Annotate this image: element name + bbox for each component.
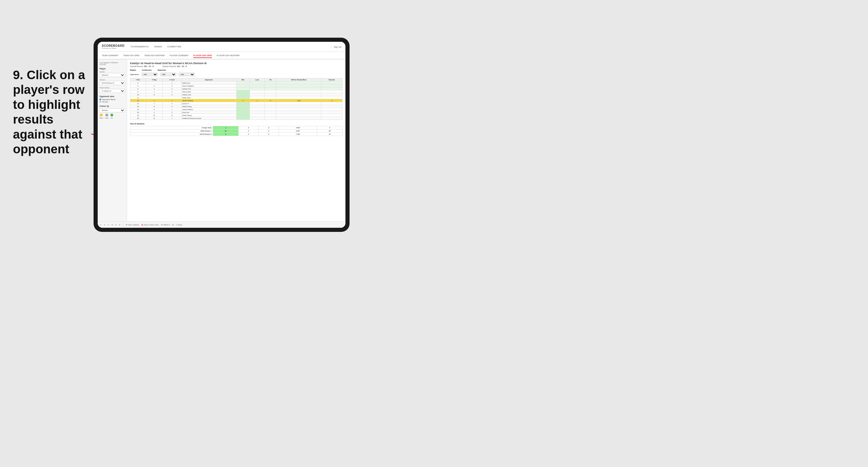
table-row[interactable]: 1474Eunice Yi xyxy=(130,102,342,105)
dot-up-circle xyxy=(110,114,113,117)
cell-5: 1 xyxy=(249,99,265,102)
tab-player-h2h-heatmap[interactable]: PLAYER H2H HEATMAP xyxy=(217,55,240,58)
cell-2: 4 xyxy=(163,102,181,105)
tab-team-h2h-heatmap[interactable]: TEAM H2H HEATMAP xyxy=(144,55,165,58)
sidebar-division-label: Division xyxy=(99,79,125,81)
conference-select[interactable]: (All) xyxy=(160,73,176,76)
cell-3: Esther Lee xyxy=(181,82,236,85)
out-diff: 4.500 xyxy=(279,126,317,129)
out-table-row[interactable]: Foreign Team1004.5002 xyxy=(130,126,342,129)
cell-5 xyxy=(249,102,265,105)
nav-teams[interactable]: TEAMS xyxy=(154,45,162,48)
cell-5 xyxy=(249,111,265,114)
logo-area: SCOREBOARD Powered by clippd xyxy=(102,44,124,49)
cell-8 xyxy=(321,117,342,120)
cell-7 xyxy=(276,87,321,90)
save-custom-btn[interactable]: 🔖 Save Custom View xyxy=(141,224,159,226)
sidebar-division-field: Division NCAA Division III xyxy=(99,79,125,85)
grid-area: Katelyn Vo Head-to-Head Grid for Women's… xyxy=(127,59,345,221)
cell-4 xyxy=(236,85,249,87)
nav-bar: SCOREBOARD Powered by clippd TOURNAMENTS… xyxy=(98,42,345,52)
radio-top100[interactable]: Top 100 xyxy=(99,101,125,103)
radio-opponents-played[interactable]: Opponents Played xyxy=(99,99,125,100)
cell-4 xyxy=(236,108,249,111)
nav-committee[interactable]: COMMITTEE xyxy=(167,45,181,48)
cell-6 xyxy=(265,93,276,96)
sidebar: Last Updated: 27/03/2024 16:55:38 Player… xyxy=(98,59,127,221)
redo2-btn[interactable]: ↩ xyxy=(108,224,109,226)
timer-btn[interactable]: ⏱ xyxy=(119,224,121,226)
dot-down: Down xyxy=(99,114,103,119)
cell-0: 10 xyxy=(130,93,146,96)
sidebar-player-rank-select[interactable]: 8. Katelyn Vo xyxy=(99,89,125,93)
tab-player-h2h-grid[interactable]: PLAYER H2H GRID xyxy=(193,55,212,58)
logo-sub: Powered by clippd xyxy=(102,48,124,49)
dot-level: Level xyxy=(105,114,108,119)
view-original-btn[interactable]: 👁 View: Original xyxy=(126,224,139,226)
copy-btn[interactable]: ⎘ xyxy=(115,224,117,226)
sidebar-opponent-view-label: Opponent view xyxy=(99,95,125,97)
cell-2: 2 xyxy=(163,85,181,87)
cell-3: Emily Chang xyxy=(181,114,236,117)
cell-8 xyxy=(321,111,342,114)
sidebar-gender-select[interactable]: Women's xyxy=(99,73,125,77)
cell-0: 13 xyxy=(130,99,146,102)
table-row[interactable]: 1063Andrea York xyxy=(130,93,342,96)
out-win: 1 xyxy=(213,126,238,129)
sidebar-player-rank-label: Player (Rank) xyxy=(99,87,125,89)
table-row[interactable]: 1822Euna Lee xyxy=(130,111,342,114)
out-table-row[interactable]: NAIA Division 115009.26730 xyxy=(130,129,342,133)
cell-7 xyxy=(276,114,321,117)
table-row[interactable]: 1311Jessica Huang010-3.002 xyxy=(130,99,342,102)
undo-btn[interactable]: ↩ xyxy=(100,224,101,226)
cell-5 xyxy=(249,87,265,90)
cell-6 xyxy=(265,105,276,108)
cell-4 xyxy=(236,87,249,90)
cell-0: 5 xyxy=(130,85,146,87)
grid-btn[interactable]: ⊞ xyxy=(172,224,174,226)
table-row[interactable]: 1691Jessica Mason xyxy=(130,108,342,111)
cell-7 xyxy=(276,85,321,87)
table-row[interactable]: 31Esther Lee xyxy=(130,82,342,85)
dot-down-circle xyxy=(100,114,103,117)
cell-5 xyxy=(249,96,265,99)
redo1-btn[interactable]: ↪ xyxy=(104,224,105,226)
cell-4 xyxy=(236,90,249,93)
crop-btn[interactable]: ⊡ xyxy=(112,224,113,226)
cell-8 xyxy=(321,93,342,96)
out-loss: 0 xyxy=(238,129,259,133)
cell-8 xyxy=(321,82,342,85)
opponent-select[interactable]: (All) xyxy=(179,73,195,76)
out-rounds: 10 xyxy=(317,133,342,136)
cell-6 xyxy=(265,85,276,87)
table-row[interactable]: 522Alexis Sudjianto xyxy=(130,85,342,87)
table-row[interactable]: 19106Emily Chang xyxy=(130,114,342,117)
out-diff: 9.267 xyxy=(279,129,317,133)
table-row[interactable]: 20117Federica Domecq Lacroze xyxy=(130,117,342,120)
tab-team-h2h-grid[interactable]: TEAM H2H GRID xyxy=(123,55,140,58)
cell-0: 15 xyxy=(130,105,146,108)
tab-team-summary[interactable]: TEAM SUMMARY xyxy=(102,55,119,58)
sidebar-division-select[interactable]: NCAA Division III xyxy=(99,81,125,85)
tab-player-summary[interactable]: PLAYER SUMMARY xyxy=(170,55,189,58)
nav-tournaments[interactable]: TOURNAMENTS xyxy=(130,45,149,48)
sidebar-colour-select[interactable]: Win/loss xyxy=(99,108,125,113)
cell-7 xyxy=(276,93,321,96)
col-win: Win xyxy=(236,78,249,82)
cell-6: 0 xyxy=(265,99,276,102)
opponents-select[interactable]: (All) xyxy=(142,73,158,76)
table-row[interactable]: 1585Stella Cheng xyxy=(130,105,342,108)
out-table-row[interactable]: NCAA Division 25007.40010 xyxy=(130,133,342,136)
table-row[interactable]: 11Haeju Hyun xyxy=(130,96,342,99)
watch-btn[interactable]: 👁 Watch ▾ xyxy=(161,224,170,226)
cell-4 xyxy=(236,114,249,117)
share-btn[interactable]: ⤴ Share xyxy=(176,224,182,226)
col-opponent: Opponent xyxy=(181,78,236,82)
cell-6 xyxy=(265,87,276,90)
cell-6 xyxy=(265,111,276,114)
sidebar-colour-label: Colour by xyxy=(99,105,125,107)
table-row[interactable]: 914Sharon Mun xyxy=(130,90,342,93)
division-record: Division Record: 331 - 34 - 6 xyxy=(162,65,187,67)
table-row[interactable]: 613Sydney Kuo xyxy=(130,87,342,90)
cell-4 xyxy=(236,111,249,114)
